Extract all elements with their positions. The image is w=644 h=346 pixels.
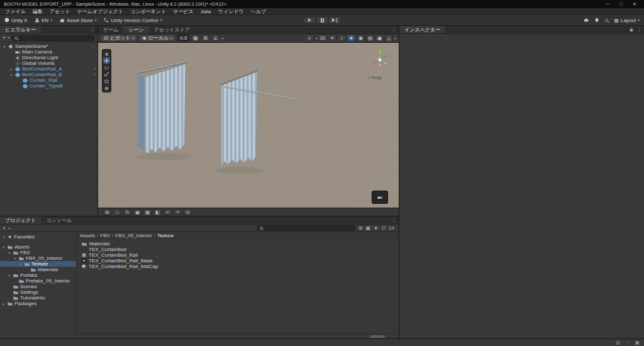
move-tool-button[interactable] <box>103 57 110 64</box>
render-mode-icon[interactable]: ◐ <box>306 35 314 42</box>
hierarchy-item-main-camera[interactable]: Main Camera <box>0 49 97 55</box>
tree-item-texture[interactable]: ▾ Texture <box>0 261 76 267</box>
scale-tool-button[interactable] <box>103 71 110 77</box>
pivot-dropdown[interactable]: ⊡ ピボット ▾ <box>101 35 137 42</box>
hierarchy-item-bedcurtainrail-a[interactable]: ▸ BedCurtainRail_A › <box>0 66 97 72</box>
menu-edit[interactable]: 編集 <box>33 8 43 15</box>
file-item-tex-curtainbed[interactable]: TEX_CurtainBed <box>77 247 399 252</box>
file-item-tex-curtainbed-rail-mask[interactable]: TEX_CurtainBed_Rail_Mask <box>77 258 399 264</box>
cloud-icon[interactable] <box>584 18 589 23</box>
scene-tool-icon[interactable]: ◧ <box>153 209 162 215</box>
open-prefab-chevron-icon[interactable]: › <box>94 72 96 77</box>
tree-item-assets[interactable]: ▾ Assets <box>0 244 76 250</box>
file-item-materials[interactable]: Materials <box>77 241 399 247</box>
tree-item-prefabs-05-interior[interactable]: Prefabs_05_Interior <box>0 278 76 284</box>
hierarchy-search-input[interactable] <box>19 35 92 41</box>
scene-tool-icon[interactable]: ↔ <box>113 209 121 215</box>
tree-item-scenes[interactable]: Scenes <box>0 284 76 289</box>
foldout-open-icon[interactable]: ▾ <box>19 262 23 266</box>
notifications-bell-icon[interactable] <box>594 18 599 23</box>
camera-preview-overlay[interactable] <box>372 191 388 204</box>
foldout-closed-icon[interactable]: ▸ <box>2 302 6 306</box>
tab-scene[interactable]: シーン <box>123 26 148 33</box>
account-dropdown[interactable]: KN ▾ <box>35 18 52 23</box>
scrollbar-thumb[interactable] <box>370 335 385 338</box>
tree-item-fbx[interactable]: ▾ FBX <box>0 250 76 255</box>
foldout-open-icon[interactable]: ▾ <box>8 274 11 277</box>
kebab-menu-icon[interactable]: ⋮ <box>636 27 641 33</box>
search-icon[interactable] <box>605 19 608 22</box>
tab-inspector[interactable]: インスペクター <box>399 26 445 33</box>
caret-down-icon[interactable]: ▾ <box>8 36 9 40</box>
lock-icon[interactable] <box>629 27 634 32</box>
breadcrumb-fbx[interactable]: FBX <box>100 233 110 238</box>
audio-toggle-icon[interactable]: ♪ <box>338 35 346 42</box>
caret-down-icon[interactable]: ▾ <box>394 36 396 40</box>
projection-label[interactable]: Persp <box>371 75 382 81</box>
pause-button[interactable] <box>316 16 328 24</box>
tree-item-fbx-05-interior[interactable]: ▾ FBX_05_Interior <box>0 255 76 261</box>
scene-tool-icon[interactable]: ◎ <box>184 209 192 215</box>
scene-tool-icon[interactable]: ≡ <box>164 209 172 215</box>
handle-orientation-dropdown[interactable]: ◈ ローカル ▾ <box>139 35 175 42</box>
minimize-button[interactable]: ─ <box>606 1 609 7</box>
play-button[interactable] <box>303 16 316 24</box>
layout-dropdown[interactable]: ▦ Layout ▾ <box>614 18 640 23</box>
gizmos-dropdown-icon[interactable]: △ <box>385 35 393 42</box>
tree-item-favorites[interactable]: ▾ ★ Favorites <box>0 234 76 240</box>
rotate-tool-button[interactable] <box>103 64 110 70</box>
hierarchy-item-global-volume[interactable]: Global Volume <box>0 60 97 66</box>
view-tool-button[interactable] <box>103 50 110 57</box>
tab-game[interactable]: ゲーム <box>98 26 123 33</box>
filter-by-label-icon[interactable]: ▦ <box>365 225 370 231</box>
tab-console[interactable]: コンソール <box>41 216 77 224</box>
tab-asset-store[interactable]: アセットストア <box>149 26 195 33</box>
menu-component[interactable]: コンポーネント <box>130 8 166 15</box>
tree-item-settings[interactable]: Settings <box>0 289 76 295</box>
visibility-toggle-icon[interactable]: ◉ <box>357 35 365 42</box>
scene-tool-icon[interactable]: ↻ <box>123 209 131 215</box>
tree-item-materials[interactable]: Materials <box>0 267 76 272</box>
lighting-toggle-icon[interactable]: ☀ <box>328 35 336 42</box>
scene-tool-icon[interactable]: ⊞ <box>103 209 111 215</box>
foldout-open-icon[interactable]: ▾ <box>9 73 13 77</box>
snap-angle-icon[interactable]: ∠ <box>211 35 219 42</box>
file-item-tex-curtainbed-rail[interactable]: TEX_CurtainBed_Rail <box>77 252 399 258</box>
activity-status-icon[interactable]: ◌ <box>626 340 630 345</box>
scene-tool-icon[interactable]: ⌖ <box>174 209 182 215</box>
hierarchy-item-bedcurtainrail-b[interactable]: ▾ BedCurtainRail_B › <box>0 72 97 77</box>
step-button[interactable] <box>328 16 341 24</box>
breadcrumb-fbx-05-interior[interactable]: FBX_05_Interior <box>115 233 152 238</box>
hierarchy-search[interactable] <box>11 35 95 41</box>
camera-settings-icon[interactable]: ▣ <box>375 35 384 42</box>
foldout-open-icon[interactable]: ▾ <box>8 251 11 255</box>
project-search-input[interactable] <box>265 225 353 231</box>
kebab-menu-icon[interactable]: ⋮ <box>90 27 95 33</box>
transform-tool-button[interactable] <box>103 85 110 91</box>
grid-overlay-icon[interactable]: ▤ <box>366 35 374 42</box>
maximize-button[interactable]: □ <box>619 1 623 7</box>
hidden-packages-icon[interactable]: ∅ <box>381 225 386 231</box>
hierarchy-item-curtain-typeb[interactable]: Curtain_TypeB <box>0 83 97 89</box>
scene-tool-icon[interactable]: ▦ <box>143 209 152 215</box>
effects-toggle-icon[interactable]: ∗ <box>347 35 355 42</box>
foldout-open-icon[interactable]: ▾ <box>3 45 6 48</box>
open-prefab-chevron-icon[interactable]: › <box>94 67 96 71</box>
horizontal-scrollbar[interactable] <box>77 333 399 338</box>
hierarchy-item-curtain-rail[interactable]: Curtain_Rail <box>0 77 97 83</box>
rect-tool-button[interactable] <box>103 78 110 84</box>
caret-down-icon[interactable]: ▾ <box>221 36 223 40</box>
menu-gameobject[interactable]: ゲームオブジェクト <box>77 8 124 15</box>
close-button[interactable]: ✕ <box>633 1 636 7</box>
caret-down-icon[interactable]: ▾ <box>315 36 317 40</box>
menu-window[interactable]: ウィンドウ <box>218 8 244 15</box>
breadcrumb-texture[interactable]: Texture <box>157 233 174 238</box>
grid-size-value[interactable]: 0.5 <box>177 35 189 42</box>
save-search-star-icon[interactable]: ★ <box>374 225 378 231</box>
menu-jobs[interactable]: Jobs <box>201 9 211 14</box>
tree-item-tutorialinfo[interactable]: TutorialInfo <box>0 295 76 301</box>
version-control-dropdown[interactable]: Unity Version Control ▾ <box>104 18 162 23</box>
scene-viewport[interactable]: < Persp <box>98 43 399 208</box>
menu-file[interactable]: ファイル <box>5 8 26 15</box>
kebab-menu-icon[interactable]: ⋮ <box>391 27 396 33</box>
